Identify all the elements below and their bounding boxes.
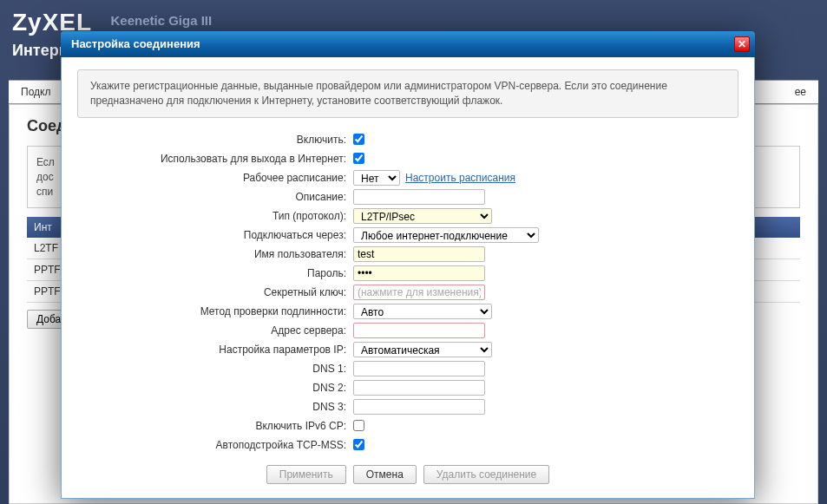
configure-schedule-link[interactable]: Настроить расписания — [405, 172, 515, 184]
use-internet-label: Использовать для выхода в Интернет: — [77, 153, 353, 165]
model-name: Keenetic Giga III — [110, 13, 212, 28]
server-label: Адрес сервера: — [77, 324, 353, 337]
password-label: Пароль: — [77, 267, 353, 279]
tcpmss-checkbox[interactable] — [353, 439, 364, 450]
auth-method-label: Метод проверки подлинности: — [77, 305, 353, 317]
tab-connections[interactable]: Подкл — [9, 81, 63, 103]
ipv6cp-label: Включить IPv6 CP: — [77, 420, 353, 432]
close-icon[interactable]: ✕ — [734, 36, 750, 52]
modal-title: Настройка соединения — [71, 37, 200, 50]
dns2-input[interactable] — [353, 380, 485, 396]
ip-params-select[interactable]: Автоматическая — [353, 342, 492, 357]
dns2-label: DNS 2: — [77, 382, 353, 394]
connect-via-label: Подключаться через: — [77, 229, 353, 241]
dns1-input[interactable] — [353, 361, 485, 376]
dns3-input[interactable] — [353, 399, 485, 415]
schedule-select[interactable]: Нет — [353, 170, 400, 186]
enable-checkbox[interactable] — [353, 134, 364, 145]
secret-label: Секретный ключ: — [77, 286, 353, 298]
ip-params-label: Настройка параметров IP: — [77, 344, 353, 356]
username-input[interactable] — [353, 246, 485, 262]
connect-via-select[interactable]: Любое интернет-подключение — [353, 227, 539, 243]
connection-settings-modal: Настройка соединения ✕ Укажите регистрац… — [61, 31, 755, 499]
auth-method-select[interactable]: Авто — [353, 304, 492, 319]
modal-info-text: Укажите регистрационные данные, выданные… — [77, 69, 738, 118]
dns3-label: DNS 3: — [77, 401, 353, 413]
ipv6cp-checkbox[interactable] — [353, 420, 364, 431]
use-internet-checkbox[interactable] — [353, 153, 364, 164]
delete-connection-button[interactable]: Удалить соединение — [423, 465, 549, 484]
tcpmss-label: Автоподстройка TCP-MSS: — [77, 439, 353, 451]
protocol-select[interactable]: L2TP/IPsec — [353, 208, 492, 224]
secret-input[interactable] — [353, 285, 485, 300]
schedule-label: Рабочее расписание: — [77, 172, 353, 184]
dns1-label: DNS 1: — [77, 363, 353, 375]
username-label: Имя пользователя: — [77, 248, 353, 260]
cancel-button[interactable]: Отмена — [353, 465, 417, 484]
modal-titlebar: Настройка соединения ✕ — [61, 31, 755, 57]
apply-button[interactable]: Применить — [266, 465, 346, 484]
server-input[interactable] — [353, 323, 485, 338]
enable-label: Включить: — [77, 134, 353, 146]
protocol-label: Тип (протокол): — [77, 210, 353, 222]
password-input[interactable] — [353, 265, 485, 281]
description-input[interactable] — [353, 189, 485, 205]
description-label: Описание: — [77, 191, 353, 203]
tab-other[interactable]: ee — [783, 81, 818, 103]
